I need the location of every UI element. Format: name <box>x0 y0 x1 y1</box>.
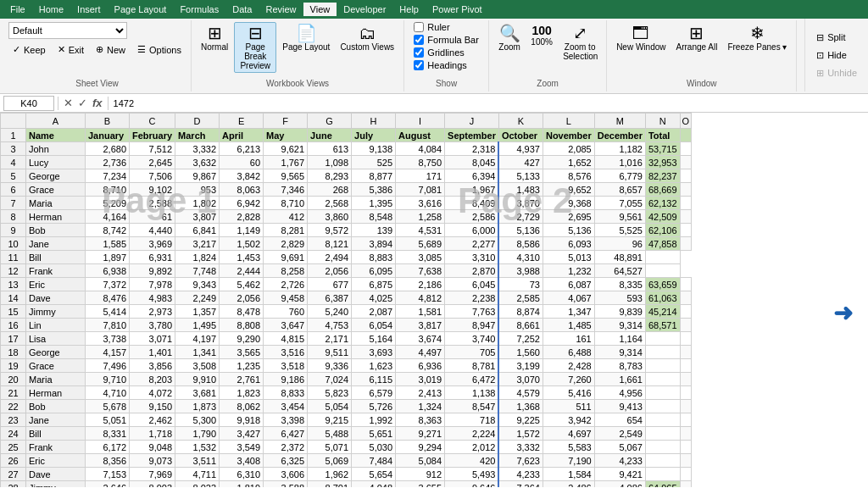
new-sheet-view-button[interactable]: ⊕ New <box>92 42 130 57</box>
cell-1-13[interactable]: 53,715 <box>645 142 680 156</box>
cell-9-0[interactable]: Bill <box>26 251 86 264</box>
cell-12-2[interactable]: 4,983 <box>130 291 175 305</box>
cell-15-1[interactable]: 3,738 <box>86 332 130 346</box>
cell-16-12[interactable]: 9,314 <box>594 346 645 359</box>
cell-4-3[interactable]: 953 <box>175 183 220 197</box>
cell-18-1[interactable]: 9,710 <box>86 373 130 386</box>
cell-1-11[interactable]: 2,085 <box>542 142 594 156</box>
cell-20-1[interactable]: 5,678 <box>86 400 130 413</box>
cell-14-4[interactable]: 8,808 <box>220 319 264 332</box>
cell-21-5[interactable]: 3,398 <box>264 413 308 427</box>
cell-19-1[interactable]: 4,710 <box>86 386 130 400</box>
cell-5-8[interactable]: 3,616 <box>396 197 445 210</box>
cell-17-12[interactable]: 8,783 <box>594 359 645 373</box>
spreadsheet-wrapper[interactable]: Page 1 Page 2 ➜ <box>0 113 868 487</box>
cancel-formula-button[interactable]: ✕ <box>62 97 75 109</box>
cell-18-0[interactable]: Maria <box>26 373 86 386</box>
cell-6-5[interactable]: 412 <box>264 210 308 224</box>
cell-25-4[interactable]: 6,310 <box>220 468 264 481</box>
cell-10-1[interactable]: 6,938 <box>86 264 130 278</box>
cell-25-12[interactable]: 9,421 <box>594 468 645 481</box>
cell-9-5[interactable]: 9,691 <box>264 251 308 264</box>
cell-17-7[interactable]: 1,623 <box>352 359 396 373</box>
cell-16-6[interactable]: 9,511 <box>308 346 352 359</box>
unhide-button[interactable]: ⊞ Unhide <box>812 66 861 80</box>
cell-19-2[interactable]: 4,072 <box>130 386 175 400</box>
cell-1-4[interactable]: 6,213 <box>220 142 264 156</box>
cell-3-3[interactable]: 9,867 <box>175 169 220 183</box>
cell-19-4[interactable]: 1,823 <box>220 386 264 400</box>
header-cell-2[interactable]: February <box>130 129 175 142</box>
cell-18-2[interactable]: 8,203 <box>130 373 175 386</box>
page-layout-button[interactable]: 📄 Page Layout <box>278 22 334 54</box>
cell-5-3[interactable]: 1,802 <box>175 197 220 210</box>
formula-bar-checkbox[interactable] <box>414 35 424 45</box>
cell-4-2[interactable]: 9,102 <box>130 183 175 197</box>
cell-11-12[interactable]: 8,335 <box>594 278 645 291</box>
cell-18-7[interactable]: 6,115 <box>352 373 396 386</box>
cell-9-2[interactable]: 6,931 <box>130 251 175 264</box>
cell-7-5[interactable]: 8,281 <box>264 224 308 237</box>
cell-15-8[interactable]: 3,674 <box>396 332 445 346</box>
cell-4-7[interactable]: 5,386 <box>352 183 396 197</box>
cell-5-4[interactable]: 6,942 <box>220 197 264 210</box>
cell-12-12[interactable]: 593 <box>594 291 645 305</box>
cell-16-1[interactable]: 4,157 <box>86 346 130 359</box>
cell-2-13[interactable]: 32,953 <box>645 156 680 169</box>
cell-17-1[interactable]: 7,496 <box>86 359 130 373</box>
col-C-header[interactable]: C <box>130 114 175 129</box>
cell-8-5[interactable]: 2,829 <box>264 237 308 251</box>
cell-20-14[interactable] <box>680 400 692 413</box>
formula-input[interactable] <box>112 96 865 111</box>
header-cell-12[interactable]: December <box>594 129 645 142</box>
cell-21-12[interactable]: 654 <box>594 413 645 427</box>
cell-5-13[interactable]: 62,132 <box>645 197 680 210</box>
cell-17-10[interactable]: 3,199 <box>498 359 542 373</box>
cell-9-11[interactable]: 5,013 <box>542 251 594 264</box>
cell-1-12[interactable]: 1,182 <box>594 142 645 156</box>
cell-24-12[interactable]: 4,233 <box>594 454 645 468</box>
cell-17-2[interactable]: 3,856 <box>130 359 175 373</box>
cell-2-3[interactable]: 3,632 <box>175 156 220 169</box>
cell-11-6[interactable]: 677 <box>308 278 352 291</box>
cell-16-7[interactable]: 3,693 <box>352 346 396 359</box>
menu-file[interactable]: File <box>3 3 32 16</box>
cell-5-0[interactable]: Maria <box>26 197 86 210</box>
col-I-header[interactable]: I <box>396 114 445 129</box>
cell-6-13[interactable]: 42,509 <box>645 210 680 224</box>
cell-19-9[interactable]: 1,138 <box>445 386 499 400</box>
cell-8-3[interactable]: 3,217 <box>175 237 220 251</box>
cell-22-0[interactable]: Bill <box>26 427 86 441</box>
arrange-all-button[interactable]: ⊞ Arrange All <box>671 22 721 54</box>
cell-17-13[interactable] <box>645 359 680 373</box>
header-cell-4[interactable]: April <box>220 129 264 142</box>
cell-13-9[interactable]: 7,763 <box>445 305 499 319</box>
col-L-header[interactable]: L <box>542 114 594 129</box>
col-G-header[interactable]: G <box>308 114 352 129</box>
header-cell-0[interactable]: Name <box>26 129 86 142</box>
cell-26-11[interactable]: 2,486 <box>542 481 594 488</box>
cell-4-14[interactable] <box>680 183 692 197</box>
cell-4-12[interactable]: 8,657 <box>594 183 645 197</box>
cell-7-3[interactable]: 6,841 <box>175 224 220 237</box>
cell-3-1[interactable]: 7,234 <box>86 169 130 183</box>
cell-26-8[interactable]: 3,655 <box>396 481 445 488</box>
zoom-button[interactable]: 🔍 Zoom <box>494 22 525 54</box>
split-button[interactable]: ⊟ Split <box>812 30 861 45</box>
cell-2-5[interactable]: 1,767 <box>264 156 308 169</box>
cell-4-5[interactable]: 7,346 <box>264 183 308 197</box>
cell-17-4[interactable]: 1,235 <box>220 359 264 373</box>
cell-25-8[interactable]: 912 <box>396 468 445 481</box>
cell-12-11[interactable]: 4,067 <box>542 291 594 305</box>
cell-3-11[interactable]: 8,576 <box>542 169 594 183</box>
cell-5-1[interactable]: 5,209 <box>86 197 130 210</box>
cell-13-8[interactable]: 1,581 <box>396 305 445 319</box>
cell-15-3[interactable]: 4,197 <box>175 332 220 346</box>
cell-25-1[interactable]: 7,153 <box>86 468 130 481</box>
cell-8-14[interactable] <box>680 237 692 251</box>
cell-16-9[interactable]: 705 <box>445 346 499 359</box>
cell-14-0[interactable]: Lin <box>26 319 86 332</box>
col-F-header[interactable]: F <box>264 114 308 129</box>
menu-review[interactable]: Review <box>259 3 303 16</box>
menu-home[interactable]: Home <box>32 3 70 16</box>
